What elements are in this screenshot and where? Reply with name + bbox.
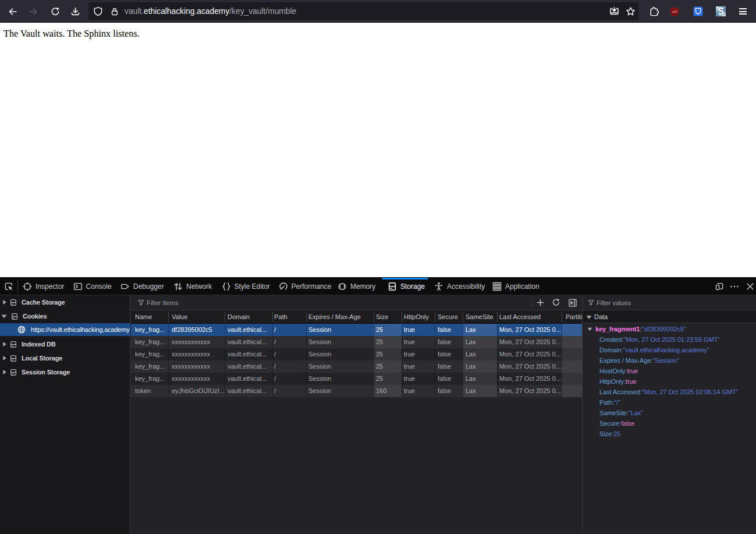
svg-text:uO: uO xyxy=(672,9,677,13)
